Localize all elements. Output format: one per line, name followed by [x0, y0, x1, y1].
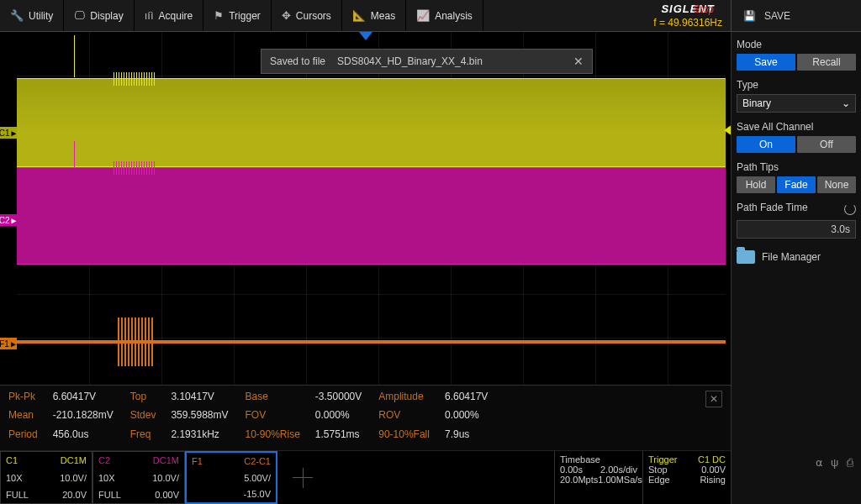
trigger-position-icon[interactable] [359, 32, 372, 40]
menu-analysis[interactable]: 📈Analysis [406, 0, 483, 31]
trigger-box[interactable]: TriggerC1 DC Stop0.00V EdgeRising [642, 451, 731, 504]
banner-close-icon[interactable]: ✕ [573, 55, 584, 68]
crosshair-icon[interactable] [277, 451, 328, 504]
cursors-icon: ✥ [282, 9, 291, 22]
waveform-display[interactable]: C1► C2► F1► Saved to file SDS804X_HD_Bin… [0, 32, 731, 385]
chevron-down-icon: ⌄ [842, 97, 850, 109]
timebase-box[interactable]: Timebase 0.00s2.00s/div 20.0Mpts1.00MSa/… [554, 451, 642, 504]
channel-box-f1[interactable]: F1C2-C1 5.00V/ -15.0V [185, 451, 277, 504]
saveall-label: Save All Channel [737, 121, 856, 133]
measurements-panel: Pk-Pk6.60417V Mean-210.1828mV Period456.… [0, 385, 731, 450]
brand-box: SIGLENT Stop f = 49.96316Hz [645, 0, 731, 31]
menu-cursors[interactable]: ✥Cursors [272, 0, 342, 31]
c1-ripple [114, 72, 156, 86]
meas-val: -3.50000V [315, 391, 362, 407]
meas-key: FOV [245, 409, 299, 426]
type-select[interactable]: Binary⌄ [737, 94, 856, 113]
meas-key: Period [8, 428, 38, 445]
save-panel: Mode Save Recall Type Binary⌄ Save All C… [731, 32, 861, 504]
analysis-icon: 📈 [416, 9, 430, 22]
flag-icon: ⚑ [214, 9, 224, 22]
pathtips-fade-button[interactable]: Fade [777, 176, 816, 193]
trace-f1-burst [118, 318, 153, 366]
saveall-off-button[interactable]: Off [797, 136, 856, 153]
meas-key: Top [130, 391, 156, 407]
channel-marker-f1[interactable]: F1► [0, 338, 17, 349]
meas-val: 456.0us [53, 428, 114, 445]
menu-bar: 🔧Utility 🖵Display ıíìAcquire ⚑Trigger ✥C… [0, 0, 861, 32]
meas-val: 0.000% [315, 409, 362, 426]
menu-meas[interactable]: 📐Meas [342, 0, 406, 31]
meas-key: Mean [8, 409, 38, 426]
menu-trigger[interactable]: ⚑Trigger [203, 0, 272, 31]
menu-display[interactable]: 🖵Display [64, 0, 134, 31]
channel-bar: C1DC1M 10X10.0V/ FULL20.0V C2DC1M 10X10.… [0, 450, 731, 504]
refresh-icon[interactable] [844, 203, 856, 215]
ruler-icon: 📐 [352, 9, 366, 22]
menu-utility[interactable]: 🔧Utility [0, 0, 64, 31]
file-manager-button[interactable]: File Manager [737, 250, 856, 264]
meas-val: 3.10417V [171, 391, 228, 407]
channel-box-c2[interactable]: C2DC1M 10X10.0V/ FULL0.00V [92, 451, 185, 504]
c2-ripple [114, 161, 156, 175]
fadetime-value[interactable]: 3.0s [737, 220, 856, 239]
mode-recall-button[interactable]: Recall [797, 54, 856, 71]
meas-val: -210.1828mV [53, 409, 114, 426]
meas-val: 359.5988mV [171, 409, 228, 426]
save-disk-icon: 💾 [743, 10, 756, 22]
meas-key: Freq [130, 428, 156, 445]
trace-c2 [17, 168, 726, 264]
folder-icon [737, 250, 755, 264]
meas-key: ROV [378, 409, 430, 426]
channel-marker-c2[interactable]: C2► [0, 214, 17, 226]
save-confirmation-banner: Saved to file SDS804X_HD_Binary_XX_4.bin… [261, 49, 593, 74]
trigger-frequency: f = 49.96316Hz [653, 17, 722, 29]
banner-filename: SDS804X_HD_Binary_XX_4.bin [337, 55, 483, 67]
trace-c1 [17, 79, 726, 166]
meas-key: Base [245, 391, 299, 407]
meas-val: 7.9us [445, 428, 488, 445]
c1-transient [74, 35, 75, 77]
monitor-icon: 🖵 [74, 9, 85, 22]
save-header: 💾 SAVE [731, 0, 861, 31]
mode-save-button[interactable]: Save [737, 54, 795, 71]
fadetime-label: Path Fade Time [737, 202, 808, 213]
measurements-close-icon[interactable]: ✕ [705, 391, 722, 407]
meas-key: Stdev [130, 409, 156, 426]
pathtips-label: Path Tips [737, 161, 856, 173]
meas-key: Pk-Pk [8, 391, 38, 407]
banner-label: Saved to file [270, 55, 325, 67]
meas-val: 6.60417V [53, 391, 114, 407]
channel-box-c1[interactable]: C1DC1M 10X10.0V/ FULL20.0V [0, 451, 92, 504]
acquire-icon: ıíì [145, 9, 154, 22]
meas-val: 0.000% [445, 409, 488, 426]
meas-val: 2.1931kHz [171, 428, 228, 445]
port-icons[interactable]: ⍺ ψ ⎙ [816, 456, 857, 469]
channel-marker-c1[interactable]: C1► [0, 127, 17, 139]
pathtips-none-button[interactable]: None [817, 176, 856, 193]
meas-val: 6.60417V [445, 391, 488, 407]
menu-acquire[interactable]: ıíìAcquire [135, 0, 204, 31]
saveall-on-button[interactable]: On [737, 136, 795, 153]
pathtips-hold-button[interactable]: Hold [737, 176, 775, 193]
meas-key: Amplitude [378, 391, 430, 407]
c2-transient [74, 141, 75, 168]
meas-val: 1.5751ms [315, 428, 362, 445]
meas-key: 90-10%Fall [378, 428, 430, 445]
mode-label: Mode [737, 39, 856, 50]
run-status: Stop [693, 3, 714, 15]
meas-key: 10-90%Rise [245, 428, 299, 445]
wrench-icon: 🔧 [10, 9, 24, 22]
type-label: Type [737, 79, 856, 91]
